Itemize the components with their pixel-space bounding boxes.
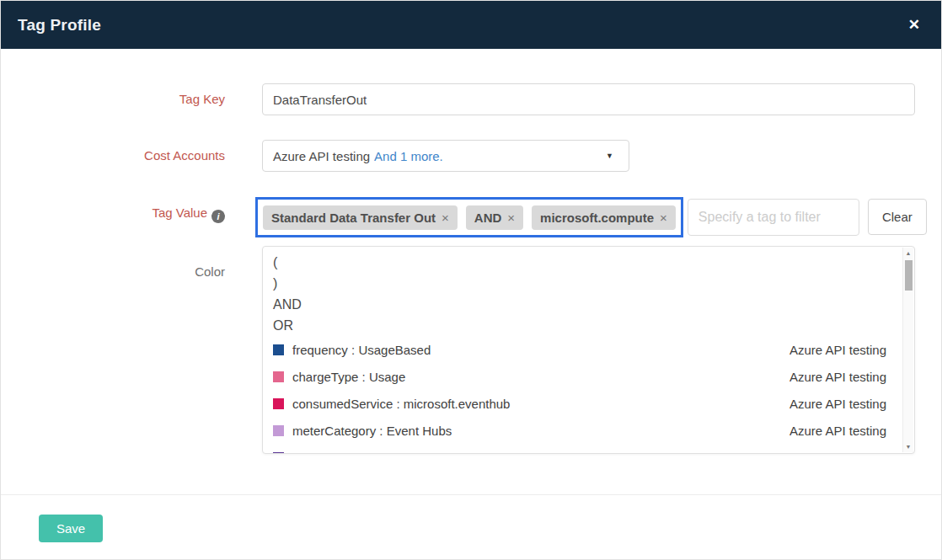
tag-color-swatch (273, 344, 284, 355)
dropdown-option-tag[interactable]: chargeType : Usage Azure API testing (273, 363, 914, 390)
tag-key-row: Tag Key (1, 83, 913, 115)
tag-filter-input[interactable] (688, 199, 859, 236)
dropdown-option-operator[interactable]: AND (273, 294, 914, 315)
dropdown-option-operator[interactable]: ) (273, 273, 914, 294)
tag-value-label: Tag Value (152, 205, 207, 220)
scrollbar-thumb[interactable] (905, 260, 913, 291)
chevron-down-icon: ▼ (606, 152, 613, 160)
dropdown-option-operator[interactable]: OR (273, 315, 914, 336)
tag-color-swatch (273, 371, 284, 382)
tag-key-label: Tag Key (1, 83, 225, 106)
tag-value-label-wrap: Tag Valuei (1, 197, 225, 223)
tag-chip: microsoft.compute × (532, 205, 676, 230)
close-icon[interactable]: ✕ (908, 18, 920, 32)
tag-color-swatch (273, 398, 284, 409)
tag-chip-label: Standard Data Transfer Out (271, 211, 436, 225)
cost-accounts-label: Cost Accounts (1, 140, 225, 163)
dropdown-option-operator[interactable]: ( (273, 252, 914, 273)
tag-option-account: Azure API testing (789, 397, 886, 411)
tag-chip: Standard Data Transfer Out × (263, 205, 458, 230)
modal-footer: Save (1, 495, 941, 542)
tag-option-account: Azure API testing (789, 424, 886, 438)
dropdown-option-tag[interactable]: frequency : UsageBased Azure API testing (273, 336, 914, 363)
save-button[interactable]: Save (39, 515, 103, 542)
clear-button[interactable]: Clear (868, 199, 927, 235)
scroll-up-icon[interactable]: ▲ (903, 250, 913, 256)
tag-color-swatch (273, 425, 284, 436)
cost-accounts-row: Cost Accounts Azure API testing And 1 mo… (1, 140, 913, 172)
tag-option-label: frequency : UsageBased (292, 343, 789, 357)
tag-chip-label: microsoft.compute (540, 211, 654, 225)
remove-chip-icon[interactable]: × (660, 211, 667, 225)
tag-chip: AND × (466, 205, 523, 230)
tag-option-label: meterCategory : Event Hubs (292, 424, 789, 438)
tag-option-label: meterName : Standard Throughput Unit (292, 451, 789, 455)
dropdown-option-tag[interactable]: consumedService : microsoft.eventhub Azu… (273, 390, 914, 417)
cost-accounts-select[interactable]: Azure API testing And 1 more. ▼ (262, 140, 629, 172)
tag-option-label: chargeType : Usage (292, 370, 789, 384)
dropdown-option-tag[interactable]: meterCategory : Event Hubs Azure API tes… (273, 417, 914, 444)
color-row: Color ( ) AND OR frequency : UsageBased … (1, 246, 913, 454)
tag-key-input[interactable] (262, 83, 915, 115)
tag-option-label: consumedService : microsoft.eventhub (292, 397, 789, 411)
tag-option-account: Azure API testing (789, 370, 886, 384)
tag-color-swatch (273, 452, 284, 455)
tag-chips-highlight: Standard Data Transfer Out × AND × micro… (255, 197, 683, 237)
page-title: Tag Profile (18, 16, 101, 35)
dropdown-scrollbar[interactable]: ▲ ▼ (902, 248, 913, 452)
scroll-down-icon[interactable]: ▼ (903, 444, 913, 450)
modal-body: Tag Key Cost Accounts Azure API testing … (1, 49, 941, 454)
dropdown-option-tag[interactable]: meterName : Standard Throughput Unit Azu… (273, 444, 914, 454)
modal-header: Tag Profile ✕ (1, 1, 941, 49)
tag-value-dropdown: ( ) AND OR frequency : UsageBased Azure … (262, 246, 915, 454)
remove-chip-icon[interactable]: × (507, 211, 515, 225)
info-icon[interactable]: i (211, 210, 225, 223)
tag-chip-label: AND (474, 211, 502, 225)
color-label: Color (1, 246, 225, 279)
cost-accounts-more-link[interactable]: And 1 more. (374, 149, 443, 163)
tag-value-row: Tag Valuei Standard Data Transfer Out × … (1, 197, 913, 237)
tag-profile-modal: { "modal": { "title": "Tag Profile", "cl… (0, 0, 942, 560)
tag-option-account: Azure API testing (789, 451, 886, 455)
cost-accounts-selected-value: Azure API testing (273, 149, 370, 163)
tag-option-account: Azure API testing (789, 343, 886, 357)
remove-chip-icon[interactable]: × (442, 211, 449, 225)
